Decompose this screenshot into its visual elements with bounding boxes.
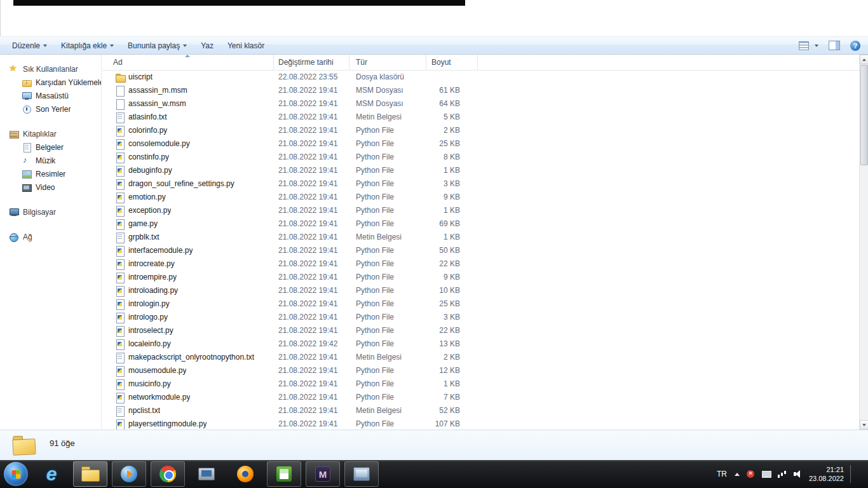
- chevron-down-icon: [43, 44, 47, 47]
- scroll-down-icon: [862, 424, 866, 426]
- column-header-name[interactable]: Ad: [102, 55, 274, 70]
- file-row-interfacemodule-py[interactable]: interfacemodule.py21.08.2022 19:41Python…: [102, 244, 859, 257]
- file-row-localeinfo-py[interactable]: localeinfo.py21.08.2022 19:42Python File…: [102, 337, 859, 351]
- file-date: 21.08.2022 19:41: [274, 191, 349, 204]
- file-row-grpblk-txt[interactable]: grpblk.txt21.08.2022 19:41Metin Belgesi1…: [102, 231, 859, 244]
- column-header-type[interactable]: Tür: [349, 55, 426, 70]
- help-button[interactable]: ?: [850, 41, 860, 51]
- file-row-introempire-py[interactable]: introempire.py21.08.2022 19:41Python Fil…: [102, 271, 859, 284]
- sidebar-item-label: Belgeler: [36, 143, 64, 152]
- sidebar-item-belgeler[interactable]: Belgeler: [0, 140, 101, 154]
- taskbar-button-firefox[interactable]: [228, 461, 262, 487]
- sidebar-item-video[interactable]: Video: [0, 180, 101, 194]
- clock[interactable]: 21:21 23.08.2022: [809, 465, 851, 483]
- file-row-exception-py[interactable]: exception.py21.08.2022 19:41Python File1…: [102, 204, 859, 217]
- taskbar-button-ie[interactable]: e: [34, 461, 69, 487]
- taskbar-button-chrome[interactable]: [151, 461, 185, 487]
- toolbar-item-d-zenle[interactable]: Düzenle: [6, 39, 53, 53]
- file-row-uiscript[interactable]: uiscript22.08.2022 23:55Dosya klasörü: [102, 71, 859, 84]
- sort-indicator-icon: [185, 55, 190, 57]
- volume-icon[interactable]: [793, 469, 803, 479]
- column-header-name-label: Ad: [113, 58, 123, 67]
- sidebar-section-label: Bilgisayar: [23, 208, 56, 217]
- file-row-makepackscript-onlyrootnopython-txt[interactable]: makepackscript_onlyrootnopython.txt21.08…: [102, 351, 859, 364]
- hidden-icons-chevron-icon[interactable]: [735, 473, 740, 476]
- documents-icon: [22, 142, 32, 152]
- change-view-button[interactable]: [799, 41, 818, 50]
- file-name: interfacemodule.py: [128, 244, 193, 257]
- toolbar-item-yaz[interactable]: Yaz: [195, 39, 219, 53]
- file-row-assassin-m-msm[interactable]: assassin_m.msm21.08.2022 19:41MSM Dosyas…: [102, 84, 859, 97]
- vertical-scrollbar[interactable]: [859, 55, 868, 430]
- file-row-game-py[interactable]: game.py21.08.2022 19:41Python File69 KB: [102, 217, 859, 231]
- sidebar-item-label: Resimler: [36, 170, 65, 179]
- toolbar-item-kitapl-a-ekle[interactable]: Kitaplığa ekle: [55, 39, 119, 53]
- action-center-icon[interactable]: [745, 469, 756, 479]
- sidebar-section-a[interactable]: Ağ: [0, 230, 101, 243]
- network-icon: [9, 232, 19, 242]
- scrollbar-thumb[interactable]: [860, 65, 868, 165]
- scroll-down-button[interactable]: [860, 420, 868, 430]
- column-header-size[interactable]: Boyut: [426, 55, 478, 70]
- file-row-assassin-w-msm[interactable]: assassin_w.msm21.08.2022 19:41MSM Dosyas…: [102, 97, 859, 111]
- file-row-introcreate-py[interactable]: introcreate.py21.08.2022 19:41Python Fil…: [102, 257, 859, 271]
- file-row-emotion-py[interactable]: emotion.py21.08.2022 19:41Python File9 K…: [102, 191, 859, 204]
- toolbar-item-bununla-payla[interactable]: Bununla paylaş: [122, 39, 193, 53]
- sidebar-item-masa-st[interactable]: Masaüstü: [0, 89, 101, 102]
- file-row-consolemodule-py[interactable]: consolemodule.py21.08.2022 19:41Python F…: [102, 137, 859, 151]
- firefox-icon: [237, 466, 254, 482]
- file-name: mousemodule.py: [128, 364, 186, 377]
- file-row-mousemodule-py[interactable]: mousemodule.py21.08.2022 19:41Python Fil…: [102, 364, 859, 377]
- file-date: 21.08.2022 19:41: [274, 257, 349, 271]
- sidebar-item-resimler[interactable]: Resimler: [0, 167, 101, 180]
- file-date: 21.08.2022 19:41: [274, 177, 349, 191]
- sidebar-section-kitapl-klar[interactable]: Kitaplıklar: [0, 127, 101, 140]
- file-row-networkmodule-py[interactable]: networkmodule.py21.08.2022 19:41Python F…: [102, 391, 859, 404]
- taskbar-button-remote[interactable]: [189, 461, 224, 487]
- taskbar-button-explorer[interactable]: [73, 461, 107, 487]
- green-icon: [276, 466, 292, 482]
- file-row-dragon-soul-refine-settings-py[interactable]: dragon_soul_refine_settings.py21.08.2022…: [102, 177, 859, 191]
- file-row-constinfo-py[interactable]: constinfo.py21.08.2022 19:41Python File8…: [102, 151, 859, 164]
- column-header-date[interactable]: Değiştirme tarihi: [274, 55, 349, 70]
- sidebar-item-son-yerler[interactable]: Son Yerler: [0, 102, 101, 116]
- file-row-npclist-txt[interactable]: npclist.txt21.08.2022 19:41Metin Belgesi…: [102, 404, 859, 417]
- network-icon[interactable]: [761, 469, 771, 479]
- file-row-colorinfo-py[interactable]: colorinfo.py21.08.2022 19:41Python File2…: [102, 124, 859, 137]
- blue-icon: [353, 467, 370, 481]
- file-row-debuginfo-py[interactable]: debuginfo.py21.08.2022 19:41Python File1…: [102, 164, 859, 177]
- taskbar-button-wmp[interactable]: [112, 461, 146, 487]
- file-row-intrologo-py[interactable]: intrologo.py21.08.2022 19:41Python File3…: [102, 311, 859, 324]
- file-size: 5 KB: [426, 111, 478, 124]
- language-indicator[interactable]: TR: [715, 470, 729, 478]
- sidebar-section-s-k-kullan-lanlar[interactable]: Sık Kullanılanlar: [0, 62, 101, 76]
- file-type: Python File: [349, 311, 426, 324]
- pictures-icon: [22, 169, 32, 179]
- file-type: Metin Belgesi: [349, 351, 426, 364]
- file-row-musicinfo-py[interactable]: musicinfo.py21.08.2022 19:41Python File1…: [102, 377, 859, 391]
- file-size: 7 KB: [426, 391, 478, 404]
- file-date: 21.08.2022 19:41: [274, 84, 349, 97]
- taskbar-button-green[interactable]: [267, 461, 301, 487]
- item-count: 91 öğe: [50, 438, 75, 448]
- file-type: Python File: [349, 377, 426, 391]
- py-icon: [115, 206, 125, 216]
- taskbar-button-blue[interactable]: [344, 461, 379, 487]
- signal-icon[interactable]: [777, 469, 787, 479]
- file-row-introselect-py[interactable]: introselect.py21.08.2022 19:41Python Fil…: [102, 324, 859, 337]
- toolbar-items: DüzenleKitaplığa ekleBununla paylaşYazYe…: [0, 37, 273, 54]
- file-row-playersettingmodule-py[interactable]: playersettingmodule.py21.08.2022 19:41Py…: [102, 417, 859, 430]
- sidebar-item-m-zik[interactable]: Müzik: [0, 154, 101, 167]
- toolbar-item-yeni-klas-r[interactable]: Yeni klasör: [222, 39, 270, 53]
- py-icon: [115, 393, 125, 403]
- show-desktop-button[interactable]: [858, 460, 864, 488]
- file-row-atlasinfo-txt[interactable]: atlasinfo.txt21.08.2022 19:41Metin Belge…: [102, 111, 859, 124]
- scroll-up-button[interactable]: [860, 55, 868, 64]
- taskbar-button-m[interactable]: M: [306, 461, 340, 487]
- preview-pane-button[interactable]: [829, 41, 840, 50]
- start-button[interactable]: [4, 462, 28, 486]
- sidebar-section-bilgisayar[interactable]: Bilgisayar: [0, 205, 101, 219]
- file-row-introloading-py[interactable]: introloading.py21.08.2022 19:41Python Fi…: [102, 284, 859, 297]
- file-row-intrologin-py[interactable]: intrologin.py21.08.2022 19:41Python File…: [102, 297, 859, 311]
- sidebar-item-kar-dan-y-klemeler[interactable]: Karşıdan Yüklemeler: [0, 76, 101, 89]
